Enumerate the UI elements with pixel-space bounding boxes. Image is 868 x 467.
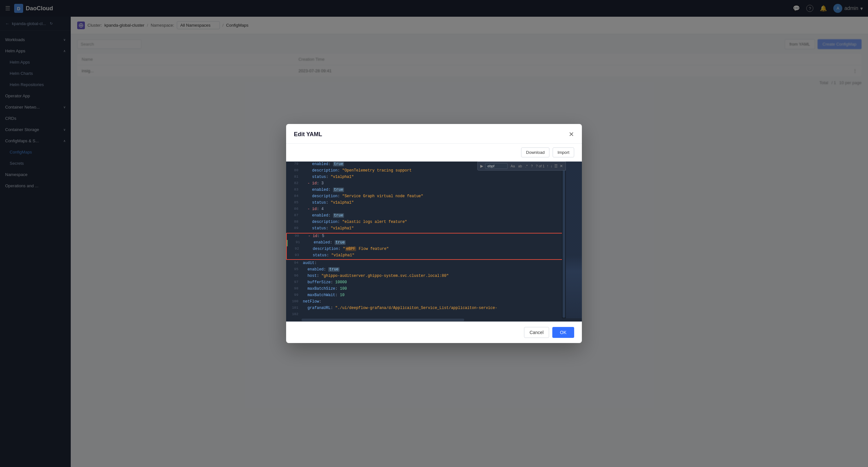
modal-toolbar: Download Import	[286, 143, 582, 162]
unknown-option[interactable]: ?	[530, 164, 534, 168]
code-search-bar[interactable]: ▶ Aa ab .* ? ? of 1 ↑ ↓ ☰ ✕	[477, 162, 566, 171]
ok-button[interactable]: OK	[552, 327, 574, 338]
search-count: ? of 1	[535, 164, 545, 168]
search-next-icon[interactable]: ↓	[550, 164, 552, 168]
modal-header: Edit YAML ✕	[286, 124, 582, 143]
download-button[interactable]: Download	[521, 147, 550, 157]
search-input-field[interactable]	[485, 163, 507, 169]
code-line-100: 100 netFlow:	[286, 299, 566, 305]
code-line-85: 85 status: "v1alpha1"	[286, 200, 566, 206]
code-line-90: 90 - id: 5	[287, 234, 564, 240]
code-content[interactable]: 79 enabled: true 80 description: "OpenTe…	[286, 162, 566, 318]
code-line-84: 84 description: "Service Graph virtual n…	[286, 194, 566, 200]
modal-overlay[interactable]: Edit YAML ✕ Download Import ▶ Aa ab .* ?	[0, 0, 868, 467]
search-close-icon[interactable]: ✕	[560, 164, 563, 168]
code-line-91: 91 enabled: true	[287, 240, 564, 246]
horizontal-scrollbar[interactable]	[286, 318, 582, 322]
edit-yaml-modal: Edit YAML ✕ Download Import ▶ Aa ab .* ?	[286, 124, 582, 343]
arrow-right-icon: ▶	[480, 164, 483, 168]
regex-option[interactable]: .*	[524, 164, 528, 168]
editor-minimap[interactable]	[562, 162, 566, 318]
code-line-93: 93 status: "v1alpha1"	[287, 253, 564, 259]
cancel-button[interactable]: Cancel	[524, 327, 549, 338]
code-line-99: 99 maxBatchWait: 10	[286, 293, 566, 299]
search-prev-icon[interactable]: ↑	[547, 164, 549, 168]
code-line-97: 97 bufferSize: 10000	[286, 280, 566, 286]
modal-footer: Cancel OK	[286, 322, 582, 343]
code-editor[interactable]: ▶ Aa ab .* ? ? of 1 ↑ ↓ ☰ ✕	[286, 162, 566, 318]
code-line-102: 102	[286, 312, 566, 318]
code-line-83: 83 enabled: true	[286, 187, 566, 194]
code-minimap	[566, 162, 582, 318]
code-line-89: 89 status: "v1alpha1"	[286, 226, 566, 232]
case-sensitive-option[interactable]: Aa	[509, 164, 516, 168]
code-line-101: 101 grafanaURL: "./ui/deepflow-grafana/d…	[286, 305, 566, 312]
modal-close-button[interactable]: ✕	[569, 130, 574, 138]
code-line-94: 94 audit:	[286, 261, 566, 267]
search-options: Aa ab .* ?	[509, 164, 534, 168]
code-line-92: 92 description: "eBPF Flow feature"	[287, 246, 564, 253]
word-option[interactable]: ab	[517, 164, 523, 168]
code-line-87: 87 enabled: true	[286, 213, 566, 220]
search-menu-icon[interactable]: ☰	[554, 164, 558, 168]
code-line-86: 86 - id: 4	[286, 206, 566, 213]
code-line-96: 96 host: "ghippo-auditserver.ghippo-syst…	[286, 273, 566, 280]
code-line-82: 82 - id: 3	[286, 181, 566, 187]
code-editor-area: ▶ Aa ab .* ? ? of 1 ↑ ↓ ☰ ✕	[286, 162, 582, 318]
modal-title: Edit YAML	[294, 131, 322, 138]
code-line-88: 88 description: "elastic logs alert feat…	[286, 220, 566, 226]
code-line-81: 81 status: "v1alpha1"	[286, 174, 566, 181]
import-button[interactable]: Import	[553, 147, 574, 157]
code-line-98: 98 maxBatchSize: 100	[286, 286, 566, 293]
code-line-95: 95 enabled: true	[286, 267, 566, 273]
highlighted-block: 90 - id: 5 91 enabled: true 92 descripti…	[286, 233, 564, 260]
